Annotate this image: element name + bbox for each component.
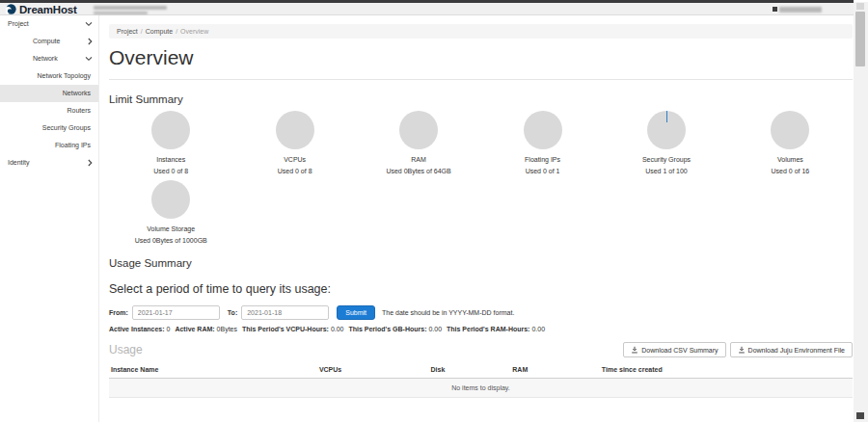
col-ram: RAM — [510, 361, 600, 379]
breadcrumb: Project/Compute/Overview — [109, 24, 853, 39]
quota-label: Volumes — [728, 156, 852, 163]
usage-table-title: Usage — [109, 343, 143, 356]
sidebar-item-label: Identity — [8, 159, 30, 166]
quota-label: Floating IPs — [480, 156, 604, 163]
sidebar-item-label: Project — [8, 20, 29, 27]
usage-table-header-row: Instance Name VCPUs Disk RAM Time since … — [109, 361, 853, 379]
chevron-right-icon — [88, 38, 93, 45]
stat-value: 0.00 — [428, 326, 442, 332]
date-format-hint: The date should be in YYYY-MM-DD format. — [382, 309, 514, 316]
stat-value: 0 — [167, 326, 171, 332]
quota-caption: Used 0 of 1 — [480, 168, 604, 174]
stat-value: 0.00 — [331, 326, 344, 332]
sidebar-item-label: Floating IPs — [55, 142, 91, 148]
quota-label: Instances — [109, 156, 232, 163]
quota-donut-chart — [151, 111, 190, 149]
quota-caption: Used 0 of 8 — [232, 168, 356, 174]
quota-caption: Used 1 of 100 — [605, 168, 728, 174]
breadcrumb-current: Overview — [180, 28, 208, 35]
usage-table-empty-row: No items to display. — [109, 379, 853, 398]
breadcrumb-compute[interactable]: Compute — [146, 28, 173, 35]
stat-value: 0.00 — [531, 326, 545, 332]
redacted-project-selector[interactable] — [94, 6, 167, 10]
from-label: From: — [109, 309, 128, 316]
download-juju-button[interactable]: Download Juju Environment File — [730, 342, 853, 357]
quota-label: VCPUs — [232, 156, 356, 163]
download-juju-label: Download Juju Environment File — [748, 347, 845, 354]
sidebar-item-network[interactable]: Network — [0, 50, 98, 67]
usage-query-form: From: To: Submit The date should be in Y… — [109, 305, 853, 320]
empty-table-message: No items to display. — [109, 379, 853, 398]
download-buttons: Download CSV Summary Download Juju Envir… — [623, 342, 853, 357]
download-csv-button[interactable]: Download CSV Summary — [623, 342, 725, 357]
sidebar-nav: Project Compute Network Network Topology… — [0, 15, 99, 422]
scrollbar-thumb[interactable] — [855, 12, 865, 66]
app-header: DreamHost — [0, 3, 854, 15]
quota-caption: Used 0 of 8 — [109, 168, 232, 174]
main-content: Project/Compute/Overview Overview Limit … — [100, 15, 868, 422]
scrollbar-down-button[interactable] — [856, 412, 864, 419]
quota-volume-storage: Volume Storage Used 0Bytes of 1000GB — [109, 180, 232, 244]
chevron-down-icon — [85, 22, 93, 27]
sidebar-item-security-groups[interactable]: Security Groups — [0, 119, 98, 137]
sidebar-item-network-topology[interactable]: Network Topology — [0, 67, 98, 85]
col-vcpus: VCPUs — [317, 361, 429, 379]
sidebar-item-floating-ips[interactable]: Floating IPs — [0, 137, 98, 154]
limit-summary-grid: Instances Used 0 of 8 VCPUs Used 0 of 8 … — [109, 111, 853, 244]
usage-stats-line: Active Instances: 0 Active RAM: 0Bytes T… — [109, 326, 853, 332]
col-instance-name: Instance Name — [109, 361, 317, 379]
user-menu[interactable] — [773, 7, 822, 13]
quota-ram: RAM Used 0Bytes of 64GB — [357, 111, 480, 174]
redacted-region-label — [94, 12, 148, 15]
sidebar-item-label: Compute — [33, 38, 60, 44]
chevron-down-icon — [85, 57, 93, 62]
limit-summary-heading: Limit Summary — [109, 93, 853, 105]
to-date-input[interactable] — [241, 305, 329, 320]
sidebar-item-routers[interactable]: Routers — [0, 102, 98, 119]
redacted-user-name — [779, 7, 822, 13]
breadcrumb-separator: / — [141, 28, 143, 35]
scrollbar — [854, 2, 868, 422]
quota-label: Volume Storage — [109, 225, 232, 232]
submit-button[interactable]: Submit — [337, 305, 375, 320]
stat-label: This Period's GB-Hours: — [348, 326, 426, 332]
scrollbar-up-button[interactable] — [856, 3, 864, 10]
usage-summary-heading: Usage Summary — [109, 257, 853, 269]
download-icon — [738, 346, 746, 354]
quota-vcpus: VCPUs Used 0 of 8 — [232, 111, 356, 174]
stat-label: This Period's RAM-Hours: — [447, 326, 529, 332]
col-time-since-created: Time since created — [600, 361, 853, 379]
quota-caption: Used 0Bytes of 64GB — [357, 168, 480, 174]
user-icon — [773, 7, 777, 12]
sidebar-item-networks[interactable]: Networks — [0, 85, 98, 102]
download-csv-label: Download CSV Summary — [641, 347, 718, 354]
sidebar-item-compute[interactable]: Compute — [0, 33, 98, 50]
quota-floating-ips: Floating IPs Used 0 of 1 — [480, 111, 604, 174]
quota-donut-chart — [771, 111, 809, 149]
quota-security-groups: Security Groups Used 1 of 100 — [605, 111, 728, 174]
sidebar-item-project[interactable]: Project — [0, 15, 98, 33]
breadcrumb-project[interactable]: Project — [117, 28, 138, 35]
quota-donut-chart — [647, 111, 686, 149]
dreamhost-logo[interactable]: DreamHost — [6, 3, 77, 15]
quota-donut-chart — [151, 180, 190, 219]
dreamhost-moon-icon — [6, 4, 16, 14]
sidebar-item-label: Networks — [63, 90, 91, 96]
usage-section-header: Usage Download CSV Summary Download Juju… — [109, 342, 853, 357]
quota-donut-chart — [524, 111, 562, 149]
usage-query-prompt: Select a period of time to query its usa… — [109, 282, 853, 296]
chevron-right-icon — [88, 159, 93, 167]
sidebar-item-identity[interactable]: Identity — [0, 154, 98, 171]
sidebar-item-label: Routers — [67, 107, 91, 114]
quota-label: RAM — [357, 156, 480, 163]
usage-table: Instance Name VCPUs Disk RAM Time since … — [109, 361, 853, 398]
col-disk: Disk — [429, 361, 511, 379]
stat-value: 0Bytes — [217, 326, 237, 332]
to-label: To: — [228, 309, 237, 316]
from-date-input[interactable] — [132, 305, 220, 320]
quota-donut-chart — [399, 111, 438, 149]
sidebar-item-label: Network Topology — [37, 72, 91, 79]
quota-volumes: Volumes Used 0 of 16 — [728, 111, 852, 174]
sidebar-item-label: Security Groups — [42, 124, 91, 131]
stat-label: Active Instances: — [109, 326, 165, 332]
